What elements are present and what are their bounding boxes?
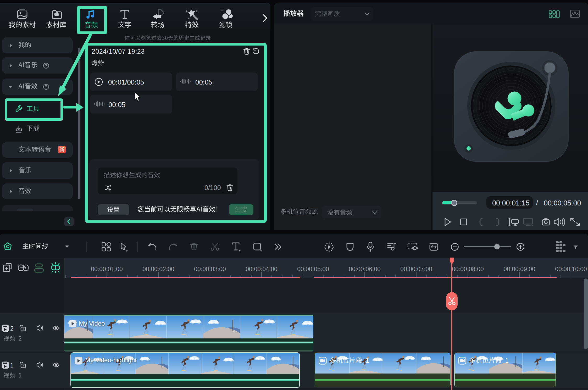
svg-text:00:00:03:00: 00:00:03:00: [194, 266, 226, 272]
svg-text:00:00:06:00: 00:00:06:00: [349, 266, 381, 272]
svg-text:00:00:07:00: 00:00:07:00: [400, 266, 432, 272]
svg-text:00:00:02:00: 00:00:02:00: [142, 266, 174, 272]
svg-text:00:00:08:00: 00:00:08:00: [452, 266, 484, 272]
svg-text:00:00:05:00: 00:00:05:00: [297, 266, 329, 272]
svg-text:00:00:01:00: 00:00:01:00: [91, 266, 123, 272]
svg-text:00:00:09:00: 00:00:09:00: [503, 266, 535, 272]
svg-text:00:00:10:00: 00:00:10:00: [555, 266, 587, 272]
svg-text:00:00:04:00: 00:00:04:00: [246, 266, 278, 272]
